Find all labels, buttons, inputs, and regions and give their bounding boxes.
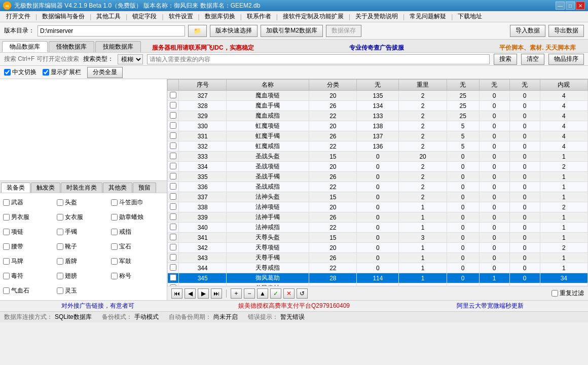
menu-data-edit[interactable]: 数据编辑与备份 <box>38 11 89 22</box>
chk-horse[interactable]: 马牌 <box>3 255 56 268</box>
nav-next-button[interactable]: ▶ <box>198 288 209 299</box>
chk-hat[interactable]: 斗笠面巾 <box>111 196 164 209</box>
col-appearance[interactable]: 内观 <box>540 80 587 91</box>
chk-weapon[interactable]: 武器 <box>3 196 56 209</box>
nav-first-button[interactable]: ⏮ <box>171 288 182 299</box>
row-checkbox[interactable] <box>170 213 176 220</box>
tab-monsters-db[interactable]: 怪物数据库 <box>49 41 94 52</box>
chk-poison[interactable]: 毒符 <box>3 270 56 282</box>
table-row[interactable]: 341 天尊头盔 15 0 3 0 0 0 1 <box>168 233 588 243</box>
chk-necklace[interactable]: 项链 <box>3 226 56 238</box>
maximize-button[interactable]: □ <box>566 2 575 10</box>
col-weight[interactable]: 重里 <box>399 80 447 91</box>
table-row[interactable]: 338 法神项链 20 0 1 0 0 0 2 <box>168 202 588 212</box>
nav-delete-button[interactable]: − <box>244 288 255 299</box>
table-row[interactable]: 336 圣战戒指 22 0 2 0 0 0 1 <box>168 182 588 192</box>
chk-shield[interactable]: 盾牌 <box>57 255 109 268</box>
import-button[interactable]: 导入数据 <box>510 25 545 37</box>
chk-title[interactable]: 称号 <box>111 270 164 282</box>
nav-prev-button[interactable]: ◀ <box>185 288 196 299</box>
row-checkbox[interactable] <box>170 244 176 250</box>
col-v2[interactable]: 无 <box>447 80 479 91</box>
table-row[interactable]: 334 圣战项链 20 0 2 0 0 0 2 <box>168 162 588 172</box>
row-checkbox[interactable] <box>170 264 176 271</box>
chk-blood-stone[interactable]: 气血石 <box>3 284 56 297</box>
row-checkbox[interactable] <box>170 112 176 119</box>
search-input[interactable] <box>147 54 490 64</box>
save-data-button[interactable]: 数据保存 <box>326 25 361 37</box>
row-checkbox[interactable] <box>170 163 176 169</box>
chinese-switch-checkbox[interactable]: 中文切换 <box>4 68 36 77</box>
menu-lock-field[interactable]: 锁定字段 <box>128 11 161 22</box>
minimize-button[interactable]: — <box>556 2 565 10</box>
chk-drum[interactable]: 军鼓 <box>111 255 164 268</box>
table-row[interactable]: 331 虹魔手镯 26 137 2 5 0 0 4 <box>168 131 588 141</box>
table-row[interactable]: 343 天尊手镯 26 0 1 0 0 0 1 <box>168 253 588 263</box>
sort-button[interactable]: 物品排序 <box>548 54 584 65</box>
nav-confirm-button[interactable]: ✓ <box>270 288 281 299</box>
category-all-button[interactable]: 分类全显 <box>87 67 123 78</box>
quick-select-button[interactable]: 版本快速选择 <box>210 25 258 37</box>
chk-boots[interactable]: 靴子 <box>57 240 109 253</box>
table-row[interactable]: 329 魔血戒指 22 133 2 25 0 0 4 <box>168 111 588 121</box>
row-checkbox[interactable] <box>170 274 176 281</box>
show-expand-checkbox[interactable]: 显示扩展栏 <box>43 68 81 77</box>
menu-db-switch[interactable]: 数据库切换 <box>201 11 239 22</box>
folder-button[interactable]: 📁 <box>188 25 207 37</box>
chk-male-clothes[interactable]: 男衣服 <box>3 211 56 224</box>
chk-female-clothes[interactable]: 女衣服 <box>57 211 109 224</box>
row-checkbox[interactable] <box>170 254 176 261</box>
ad-right[interactable]: 阿里云大带宽微端秒更新 <box>392 302 588 310</box>
nav-last-button[interactable]: ⏭ <box>211 288 222 299</box>
close-button[interactable]: ✕ <box>576 2 585 10</box>
table-row[interactable]: 332 虹魔戒指 22 136 2 5 0 0 4 <box>168 141 588 152</box>
menu-faq[interactable]: 常见问题解疑 <box>406 11 450 22</box>
row-checkbox[interactable] <box>170 153 176 159</box>
cat-tab-equipment[interactable]: 装备类 <box>1 182 30 193</box>
table-row[interactable]: 335 圣战手镯 26 0 2 0 0 0 1 <box>168 172 588 182</box>
col-v3[interactable]: 无 <box>479 80 509 91</box>
nav-add-button[interactable]: + <box>231 288 242 299</box>
load-m2-button[interactable]: 加载引擎M2数据库 <box>261 25 323 37</box>
table-row[interactable]: 339 法神手镯 26 0 1 0 0 0 1 <box>168 212 588 223</box>
chk-ring[interactable]: 戒指 <box>111 226 164 238</box>
repeat-filter-checkbox[interactable] <box>552 290 558 297</box>
cat-tab-costume[interactable]: 时装生肖类 <box>61 182 102 193</box>
table-row[interactable]: 345 御风葛助 28 114 1 0 1 0 34 <box>168 273 588 283</box>
table-row[interactable]: 327 魔血项链 20 135 2 25 0 0 4 <box>168 91 588 101</box>
col-v1[interactable]: 无 <box>357 80 399 91</box>
col-v4[interactable]: 无 <box>509 80 540 91</box>
tab-items-db[interactable]: 物品数据库 <box>2 41 48 52</box>
row-checkbox[interactable] <box>170 92 176 98</box>
row-checkbox[interactable] <box>170 142 176 149</box>
chk-wings[interactable]: 翅膀 <box>57 270 109 282</box>
data-table-wrapper[interactable]: 序号 名称 分类 无 重里 无 无 无 内观 327 魔血项链 20 135 2 <box>167 79 588 286</box>
row-checkbox[interactable] <box>170 203 176 210</box>
row-checkbox[interactable] <box>170 173 176 179</box>
table-row[interactable]: 328 魔血手镯 26 134 2 25 0 0 4 <box>168 101 588 111</box>
chk-gem[interactable]: 宝石 <box>111 240 164 253</box>
cat-tab-other[interactable]: 其他类 <box>103 182 132 193</box>
menu-contact[interactable]: 联系作者 <box>243 11 275 22</box>
table-row[interactable]: 344 天尊戒指 22 0 1 0 0 0 1 <box>168 263 588 273</box>
col-name[interactable]: 名称 <box>227 80 309 91</box>
chk-medal[interactable]: 勋章蟠烛 <box>111 211 164 224</box>
search-button[interactable]: 搜索 <box>494 54 517 65</box>
version-path-input[interactable] <box>38 25 185 36</box>
search-type-select[interactable]: 模糊 精确 正则 <box>118 54 143 64</box>
row-checkbox[interactable] <box>170 193 176 200</box>
chk-helmet[interactable]: 头盔 <box>57 196 109 209</box>
chk-bracelet[interactable]: 手镯 <box>57 226 109 238</box>
menu-open-file[interactable]: 打开文件 <box>2 11 34 22</box>
menu-about[interactable]: 关于及赞助说明 <box>351 11 402 22</box>
chk-spirit-jade[interactable]: 灵玉 <box>57 284 109 297</box>
ad-left[interactable]: 对外接广告链接，有意者可 <box>0 302 196 310</box>
col-cat[interactable]: 分类 <box>309 80 357 91</box>
row-checkbox[interactable] <box>170 122 176 129</box>
row-checkbox[interactable] <box>170 132 176 139</box>
nav-refresh-button[interactable]: ↺ <box>297 288 308 299</box>
menu-download[interactable]: 下载地址 <box>454 11 486 22</box>
row-checkbox[interactable] <box>170 183 176 190</box>
table-row[interactable]: 333 圣战头盔 15 0 20 0 0 0 1 <box>168 152 588 162</box>
nav-cancel-button[interactable]: ✕ <box>283 288 295 299</box>
